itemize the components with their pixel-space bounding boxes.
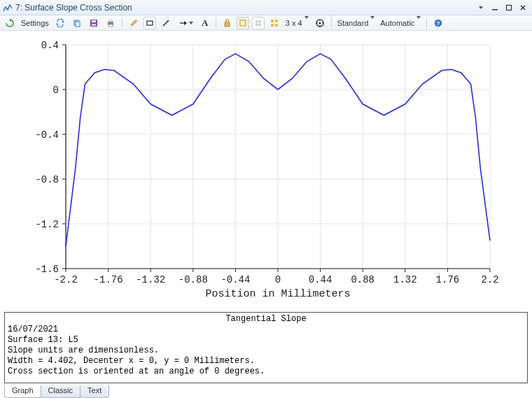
info-line: Slope units are dimensionless. bbox=[8, 346, 524, 356]
svg-text:-2.2: -2.2 bbox=[54, 274, 78, 285]
svg-text:-1.6: -1.6 bbox=[35, 264, 59, 275]
svg-rect-9 bbox=[76, 22, 80, 27]
layout-single-icon[interactable] bbox=[237, 17, 249, 29]
info-line: Width = 4.402, Decenter x = 0, y = 0 Mil… bbox=[8, 356, 524, 367]
svg-marker-16 bbox=[131, 20, 137, 26]
lock-icon[interactable] bbox=[220, 17, 234, 29]
standard-dropdown[interactable]: Standard bbox=[336, 19, 377, 27]
svg-text:1.76: 1.76 bbox=[436, 274, 460, 285]
svg-text:2.2: 2.2 bbox=[481, 274, 498, 285]
svg-text:Position in Millimeters: Position in Millimeters bbox=[205, 288, 350, 300]
svg-rect-23 bbox=[255, 20, 258, 23]
arrow-tool-dropdown[interactable] bbox=[176, 17, 196, 29]
bottom-tabs: Graph Classic Text bbox=[4, 385, 108, 398]
target-icon[interactable] bbox=[313, 17, 327, 29]
info-line: 16/07/2021 bbox=[8, 325, 524, 335]
svg-text:-1.2: -1.2 bbox=[35, 219, 59, 230]
svg-text:-1.32: -1.32 bbox=[136, 274, 165, 285]
svg-text:-0.8: -0.8 bbox=[35, 174, 59, 185]
info-title: Tangential Slope bbox=[8, 314, 524, 325]
svg-rect-14 bbox=[108, 20, 113, 22]
pencil-icon[interactable] bbox=[127, 17, 141, 29]
tab-graph[interactable]: Graph bbox=[4, 385, 41, 398]
svg-rect-28 bbox=[275, 20, 278, 22]
layout-grid-icon[interactable] bbox=[252, 17, 265, 29]
line-tool-icon[interactable] bbox=[159, 17, 173, 29]
svg-marker-20 bbox=[184, 21, 187, 25]
chart: -2.2-1.76-1.32-0.88-0.4400.440.881.321.7… bbox=[0, 31, 532, 309]
svg-text:-0.44: -0.44 bbox=[220, 274, 250, 285]
tab-classic[interactable]: Classic bbox=[41, 385, 80, 398]
svg-text:-0.4: -0.4 bbox=[35, 129, 59, 141]
toolbar-separator bbox=[216, 17, 216, 29]
svg-rect-11 bbox=[92, 20, 96, 22]
toolbar: Settings A 3 x 4 bbox=[0, 15, 532, 31]
settings-label[interactable]: Settings bbox=[20, 19, 50, 27]
svg-text:0: 0 bbox=[53, 85, 59, 96]
svg-rect-22 bbox=[240, 20, 246, 26]
grid-size-label: 3 x 4 bbox=[286, 19, 302, 27]
svg-rect-26 bbox=[258, 23, 261, 26]
svg-rect-1 bbox=[492, 9, 498, 10]
dropdown-button[interactable] bbox=[475, 2, 487, 13]
save-icon[interactable] bbox=[87, 17, 101, 29]
grid-size-dropdown[interactable]: 3 x 4 bbox=[284, 19, 310, 27]
window-controls bbox=[475, 2, 529, 13]
svg-rect-30 bbox=[275, 24, 278, 27]
text-tool-icon[interactable]: A bbox=[199, 17, 211, 29]
window-title: 7: Surface Slope Cross Section bbox=[15, 3, 475, 13]
standard-label: Standard bbox=[337, 19, 369, 27]
print-icon[interactable] bbox=[104, 17, 118, 29]
svg-text:0.44: 0.44 bbox=[309, 274, 332, 285]
rectangle-tool-icon[interactable] bbox=[144, 17, 156, 29]
svg-rect-27 bbox=[271, 20, 274, 22]
svg-text:-0.88: -0.88 bbox=[178, 274, 208, 285]
svg-text:0.4: 0.4 bbox=[41, 40, 59, 51]
toolbar-separator bbox=[331, 17, 332, 29]
maximize-button[interactable] bbox=[503, 2, 515, 13]
svg-text:0: 0 bbox=[275, 274, 281, 285]
sync-icon[interactable] bbox=[53, 17, 67, 29]
svg-text:?: ? bbox=[437, 20, 440, 27]
automatic-dropdown[interactable]: Automatic bbox=[379, 19, 422, 27]
svg-rect-21 bbox=[225, 22, 230, 27]
svg-rect-15 bbox=[108, 24, 113, 27]
svg-rect-29 bbox=[271, 24, 274, 27]
app-icon bbox=[3, 3, 13, 13]
svg-point-32 bbox=[318, 22, 321, 24]
toolbar-separator bbox=[122, 17, 122, 29]
svg-text:1.32: 1.32 bbox=[393, 274, 417, 285]
svg-rect-12 bbox=[92, 24, 96, 26]
info-panel: Tangential Slope 16/07/2021 Surface 13: … bbox=[4, 312, 528, 383]
svg-rect-2 bbox=[507, 5, 512, 10]
tab-text[interactable]: Text bbox=[80, 385, 109, 398]
svg-line-18 bbox=[163, 20, 169, 26]
info-line: Cross section is oriented at an angle of… bbox=[8, 367, 524, 377]
svg-text:0.88: 0.88 bbox=[351, 274, 374, 285]
svg-rect-17 bbox=[147, 21, 153, 25]
info-line: Surface 13: L5 bbox=[8, 335, 524, 346]
help-icon[interactable]: ? bbox=[431, 17, 445, 29]
svg-marker-0 bbox=[479, 6, 483, 9]
svg-rect-25 bbox=[255, 23, 258, 26]
svg-rect-24 bbox=[258, 20, 261, 23]
toolbar-separator bbox=[426, 17, 427, 29]
automatic-label: Automatic bbox=[380, 19, 414, 27]
title-bar: 7: Surface Slope Cross Section bbox=[0, 0, 532, 15]
copy-icon[interactable] bbox=[70, 17, 84, 29]
grid-config-icon[interactable] bbox=[267, 17, 281, 29]
update-button[interactable] bbox=[3, 17, 17, 29]
svg-text:-1.76: -1.76 bbox=[94, 274, 123, 285]
chart-svg: -2.2-1.76-1.32-0.88-0.4400.440.881.321.7… bbox=[0, 31, 532, 309]
close-button[interactable] bbox=[517, 2, 529, 13]
minimize-button[interactable] bbox=[489, 2, 501, 13]
